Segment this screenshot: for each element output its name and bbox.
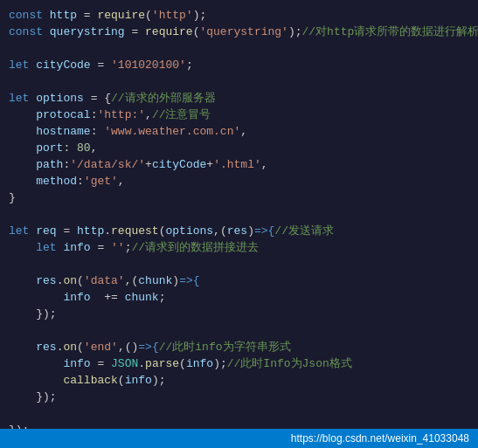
code-line bbox=[9, 405, 469, 422]
code-token bbox=[9, 173, 36, 190]
code-token: 'data' bbox=[84, 272, 125, 289]
code-token bbox=[9, 306, 36, 322]
code-token: res bbox=[227, 223, 247, 239]
code-token: options bbox=[36, 90, 84, 107]
code-token: ) bbox=[172, 272, 179, 289]
code-token: = bbox=[91, 239, 111, 256]
code-token: = bbox=[84, 90, 104, 107]
code-token: const bbox=[9, 7, 50, 24]
code-line: info = JSON.parse(info);//此时Info为Json格式 bbox=[9, 355, 469, 372]
code-line: let req = http.request(options,(res)=>{/… bbox=[9, 223, 469, 239]
code-token: = bbox=[77, 7, 97, 24]
code-token: parse bbox=[145, 355, 179, 372]
code-token bbox=[9, 389, 36, 405]
code-token: ) bbox=[152, 372, 159, 389]
code-token: info bbox=[125, 372, 152, 389]
code-token: //此时Info为Json格式 bbox=[227, 355, 352, 372]
code-line bbox=[9, 73, 469, 90]
code-token bbox=[9, 339, 36, 355]
code-token bbox=[9, 372, 63, 389]
code-token: let bbox=[9, 57, 36, 73]
code-token: , bbox=[91, 140, 98, 156]
code-token: ( bbox=[118, 372, 125, 389]
code-line: res.on('data',(chunk)=>{ bbox=[9, 272, 469, 289]
code-line: }); bbox=[9, 389, 469, 405]
code-line: }); bbox=[9, 306, 469, 322]
code-token: () bbox=[125, 339, 139, 355]
code-token: : bbox=[91, 123, 105, 140]
code-token: //对http请求所带的数据进行解析 bbox=[302, 24, 478, 40]
code-token: = bbox=[125, 24, 145, 40]
code-token: 'querystring' bbox=[199, 24, 287, 40]
code-token: 'www.weather.com.cn' bbox=[104, 123, 240, 140]
code-token: //注意冒号 bbox=[152, 107, 211, 123]
code-token: '.html' bbox=[213, 156, 261, 173]
code-line: res.on('end',()=>{//此时info为字符串形式 bbox=[9, 339, 469, 355]
code-token: ( bbox=[220, 223, 227, 239]
code-token: ( bbox=[77, 272, 84, 289]
code-token: let bbox=[9, 223, 36, 239]
code-token: '/data/sk/' bbox=[70, 156, 145, 173]
blog-url: https://blog.csdn.net/weixin_41033048 bbox=[291, 432, 469, 445]
code-token: ; bbox=[186, 57, 193, 73]
code-line bbox=[9, 322, 469, 339]
code-token: 'get' bbox=[84, 173, 118, 190]
code-token bbox=[9, 239, 36, 256]
code-line: path:'/data/sk/'+cityCode+'.html', bbox=[9, 156, 469, 173]
code-token: info bbox=[63, 289, 90, 306]
code-token: res bbox=[36, 339, 56, 355]
code-token: : bbox=[91, 107, 98, 123]
code-line: callback(info); bbox=[9, 372, 469, 389]
code-token: const bbox=[9, 24, 50, 40]
code-token: ( bbox=[145, 7, 152, 24]
code-token: = bbox=[91, 355, 111, 372]
footer-bar: https://blog.csdn.net/weixin_41033048 bbox=[0, 429, 478, 448]
code-token: chunk bbox=[125, 289, 159, 306]
code-token: ; bbox=[159, 372, 166, 389]
code-token: }); bbox=[9, 422, 29, 429]
code-token: protocal bbox=[36, 107, 90, 123]
code-line: const http = require('http'); bbox=[9, 7, 469, 24]
code-token: , bbox=[261, 156, 268, 173]
code-token: ) bbox=[247, 223, 254, 239]
code-token: . bbox=[104, 223, 111, 239]
code-token bbox=[9, 123, 36, 140]
code-token: require bbox=[145, 24, 193, 40]
code-line: protocal:'http:',//注意冒号 bbox=[9, 107, 469, 123]
code-token: port bbox=[36, 140, 63, 156]
code-token: + bbox=[145, 156, 152, 173]
code-token: : bbox=[63, 140, 77, 156]
code-token: + bbox=[206, 156, 213, 173]
code-token: ) bbox=[193, 7, 200, 24]
code-token: : bbox=[63, 156, 70, 173]
code-token: //发送请求 bbox=[274, 223, 334, 239]
code-line: let info = '';//请求到的数据拼接进去 bbox=[9, 239, 469, 256]
code-token: info bbox=[63, 239, 90, 256]
code-line bbox=[9, 40, 469, 57]
code-token: =>{ bbox=[179, 272, 199, 289]
code-token: ; bbox=[295, 24, 302, 40]
code-token: res bbox=[36, 272, 56, 289]
code-token bbox=[9, 140, 36, 156]
code-token: , bbox=[125, 272, 132, 289]
code-token: let bbox=[36, 239, 63, 256]
code-token: ( bbox=[159, 223, 166, 239]
code-token: require bbox=[97, 7, 145, 24]
code-line bbox=[9, 256, 469, 272]
code-token: , bbox=[118, 173, 125, 190]
code-token: ) bbox=[288, 24, 295, 40]
code-token: = bbox=[57, 223, 77, 239]
code-token: info bbox=[63, 355, 90, 372]
code-token: ( bbox=[193, 24, 200, 40]
code-token: }); bbox=[36, 389, 56, 405]
code-token: , bbox=[240, 123, 247, 140]
code-token: : bbox=[77, 173, 84, 190]
code-token: path bbox=[36, 156, 63, 173]
code-token: ; bbox=[125, 239, 132, 256]
code-token: req bbox=[36, 223, 56, 239]
code-line: const querystring = require('querystring… bbox=[9, 24, 469, 40]
code-token: += bbox=[91, 289, 125, 306]
code-token: on bbox=[63, 272, 77, 289]
code-token: chunk bbox=[138, 272, 172, 289]
code-token: options bbox=[165, 223, 213, 239]
